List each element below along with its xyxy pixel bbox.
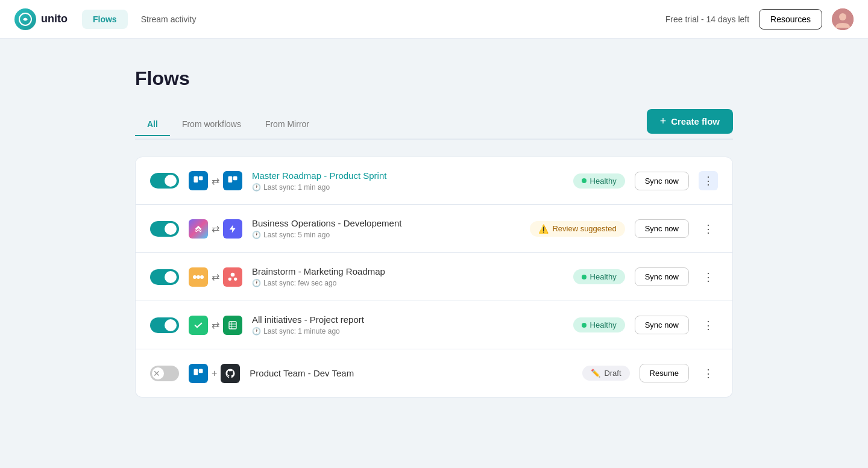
app-icon-trello-5-left [189, 364, 208, 383]
svg-point-10 [231, 272, 235, 276]
app-icon-lightning-right [223, 219, 242, 239]
flow-card-5: ✕ + Product Team - Dev Team ✏️ Draft Res… [135, 349, 733, 398]
main-content: Flows All From workflows From Mirror + C… [121, 39, 747, 426]
svg-point-2 [839, 13, 846, 20]
sync-button-2[interactable]: Sync now [635, 219, 689, 238]
flow-name-2: Business Operations - Developement [252, 218, 401, 228]
icons-row-4: ⇄ [189, 316, 242, 335]
svg-rect-18 [199, 369, 203, 373]
icons-row-2: ⇄ [189, 219, 242, 239]
icons-row-1: ⇄ [189, 171, 242, 190]
svg-point-9 [200, 275, 204, 279]
create-flow-label: Create flow [671, 116, 720, 126]
last-sync-3: 🕐 Last sync: few sec ago [252, 279, 564, 287]
last-sync-2: 🕐 Last sync: 5 min ago [252, 231, 520, 239]
icons-row-3: ⇄ [189, 267, 242, 287]
toggle-3[interactable]: ✓ [150, 269, 179, 285]
status-badge-1: Healthy [573, 173, 625, 189]
tab-workflows[interactable]: From workflows [170, 113, 253, 136]
app-icon-asana-right [223, 267, 242, 287]
app-icon-clickup-left [189, 219, 208, 239]
app-icon-trello-left [189, 171, 208, 190]
tab-mirror[interactable]: From Mirror [253, 113, 321, 136]
last-sync-4: 🕐 Last sync: 1 minute ago [252, 327, 564, 335]
app-icon-check-left [189, 316, 208, 335]
flow-name-5: Product Team - Dev Team [250, 368, 354, 378]
status-dot-1 [582, 178, 587, 183]
app-icon-sheets-right [223, 316, 242, 335]
avatar[interactable] [832, 8, 854, 30]
filter-tabs: All From workflows From Mirror [135, 113, 321, 135]
trial-text: Free trial - 14 days left [665, 14, 749, 24]
logo[interactable]: unito [14, 8, 68, 30]
flow-card-3: ✓ ⇄ Brainstorm - Marketing Roadmap 🕐 Las… [135, 253, 733, 301]
app-icon-github-right [221, 364, 240, 383]
toggle-1[interactable]: ✓ [150, 173, 179, 189]
tabs-row: All From workflows From Mirror + Create … [135, 109, 733, 140]
last-sync-1: 🕐 Last sync: 1 min ago [252, 183, 564, 192]
flow-name-4: All initiatives - Project report [252, 314, 364, 325]
toggle-4[interactable]: ✓ [150, 317, 179, 333]
svg-point-7 [193, 275, 197, 279]
more-menu-button-3[interactable]: ⋮ [699, 267, 718, 287]
svg-rect-17 [194, 369, 198, 375]
flow-name-1[interactable]: Master Roadmap - Product Sprint [252, 170, 386, 181]
plus-icon: + [660, 115, 667, 128]
flows-list: ✓ ⇄ Master Roadmap - Product Sprint 🕐 La… [135, 157, 733, 398]
nav-tab-stream[interactable]: Stream activity [130, 10, 207, 29]
svg-rect-3 [194, 176, 198, 183]
status-badge-4: Healthy [573, 317, 625, 332]
sync-arrows-3: ⇄ [212, 271, 219, 282]
status-dot-3 [582, 275, 587, 279]
sync-arrows-1: ⇄ [212, 175, 219, 187]
navbar: unito Flows Stream activity Free trial -… [0, 0, 868, 39]
status-badge-5: ✏️ Draft [582, 366, 629, 381]
clock-icon: 🕐 [252, 183, 261, 192]
more-menu-button-1[interactable]: ⋮ [699, 171, 718, 190]
resources-button[interactable]: Resources [759, 9, 822, 30]
logo-icon [14, 8, 36, 30]
nav-tab-flows[interactable]: Flows [82, 10, 128, 29]
sync-button-1[interactable]: Sync now [635, 172, 689, 190]
more-menu-button-2[interactable]: ⋮ [699, 219, 718, 239]
app-icon-trello-right [223, 171, 242, 190]
sync-button-3[interactable]: Sync now [635, 267, 689, 286]
more-menu-button-4[interactable]: ⋮ [699, 316, 718, 335]
svg-rect-4 [199, 176, 203, 181]
flow-card-1: ✓ ⇄ Master Roadmap - Product Sprint 🕐 La… [135, 157, 733, 205]
app-icon-monday-left [189, 267, 208, 287]
draft-icon: ✏️ [591, 369, 600, 378]
flow-info-1: Master Roadmap - Product Sprint 🕐 Last s… [252, 170, 564, 192]
flow-card-4: ✓ ⇄ All initiatives - Project report 🕐 L… [135, 301, 733, 349]
sync-button-4[interactable]: Sync now [635, 316, 689, 334]
status-badge-2: ⚠️ Review suggested [530, 221, 624, 237]
tab-all[interactable]: All [135, 113, 170, 136]
flow-name-3: Brainstorm - Marketing Roadmap [252, 266, 385, 276]
svg-rect-5 [228, 176, 233, 183]
create-flow-button[interactable]: + Create flow [647, 109, 733, 134]
flow-card-2: ✓ ⇄ Business Operations - Developement 🕐… [135, 205, 733, 253]
status-dot-4 [582, 323, 587, 328]
sync-arrows-2: ⇄ [212, 223, 219, 234]
more-menu-button-5[interactable]: ⋮ [699, 364, 718, 383]
flow-info-5: Product Team - Dev Team [250, 368, 573, 379]
flow-info-3: Brainstorm - Marketing Roadmap 🕐 Last sy… [252, 266, 564, 287]
nav-right: Free trial - 14 days left Resources [665, 8, 854, 30]
resume-button-5[interactable]: Resume [640, 364, 689, 382]
flow-info-4: All initiatives - Project report 🕐 Last … [252, 314, 564, 335]
plus-connector-5: + [212, 368, 217, 379]
svg-point-12 [234, 277, 237, 280]
icons-row-5: + [189, 364, 240, 383]
svg-point-8 [197, 275, 200, 279]
nav-tabs: Flows Stream activity [82, 10, 207, 29]
sync-arrows-4: ⇄ [212, 319, 219, 331]
svg-point-11 [228, 277, 231, 280]
toggle-2[interactable]: ✓ [150, 221, 179, 237]
status-badge-3: Healthy [573, 269, 625, 284]
toggle-5[interactable]: ✕ [150, 366, 179, 381]
warning-icon: ⚠️ [538, 224, 549, 234]
logo-text: unito [41, 13, 68, 25]
svg-rect-13 [229, 322, 236, 329]
svg-rect-6 [233, 176, 237, 181]
page-title: Flows [135, 67, 733, 90]
